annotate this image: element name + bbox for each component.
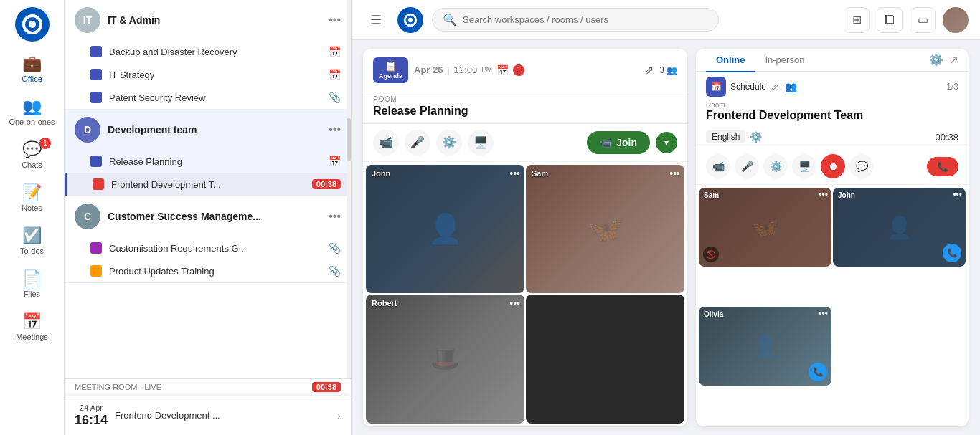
video-icon: 📹 — [600, 137, 612, 148]
calendar-icon-3: 📅 — [329, 156, 341, 167]
window-view-button[interactable]: ▭ — [910, 7, 936, 33]
language-settings-icon[interactable]: ⚙️ — [750, 131, 762, 143]
call-video-grid: Sam ••• 🚫 🦋 John ••• 📞 👤 Olivia ••• 📞 — [696, 185, 969, 426]
release-card-meta: Apr 26 | 12:00 PM 📅 1 — [414, 64, 639, 76]
user-avatar[interactable] — [943, 7, 969, 33]
room-frontend[interactable]: Frontend Development T... 00:38 — [65, 173, 351, 196]
call-mic-button[interactable]: 🎤 — [735, 154, 759, 178]
room-release-name: Release Planning — [109, 156, 321, 167]
tab-inperson[interactable]: In-person — [755, 49, 814, 72]
language-badge: English — [706, 130, 745, 143]
team-dev: D Development team ••• Release Planning … — [65, 110, 351, 196]
nav-notes-label: Notes — [22, 204, 42, 212]
release-video-grid: John ••• 👤 Sam ••• 🦋 Robert ••• 🎩 — [363, 162, 687, 426]
room-release[interactable]: Release Planning 📅 — [65, 150, 351, 173]
search-bar[interactable]: 🔍 — [432, 8, 719, 32]
call-caption-button[interactable]: 💬 — [849, 154, 874, 178]
nav-one-on-ones[interactable]: 👥 One-on-ones — [0, 90, 64, 133]
team-customer-header[interactable]: C Customer Success Manageme... ••• — [65, 196, 351, 236]
join-more-button[interactable]: ▾ — [656, 132, 677, 153]
room-product-updates[interactable]: Product Updates Training 📎 — [65, 259, 351, 282]
room-customisation[interactable]: Customisation Requirements G... 📎 — [65, 236, 351, 259]
room-patent-color — [90, 92, 102, 103]
chats-icon: 💬 — [22, 140, 42, 159]
top-bar: ☰ 🔍 ⊞ ⧠ ▭ — [352, 0, 980, 40]
call-room-name: Frontend Development Team — [706, 109, 958, 122]
chats-badge: 1 — [39, 138, 51, 149]
clip-icon-2: 📎 — [329, 242, 341, 254]
join-button[interactable]: 📹 Join — [587, 131, 650, 154]
nav-notes[interactable]: 📝 Notes — [0, 176, 64, 219]
call-room-label: Room — [706, 101, 958, 109]
bottom-bar-meeting-name: Frontend Development ... — [115, 410, 330, 421]
release-time-suffix: PM — [481, 66, 492, 74]
end-call-button[interactable]: 📞 — [927, 157, 958, 176]
frontend-dev-card: Online In-person ⚙️ ↗ 📅 Schedule ⇗ 👥 1/3 — [696, 49, 969, 426]
video-cell-robert: Robert ••• 🎩 — [366, 295, 524, 424]
nav-chats-label: Chats — [22, 161, 42, 169]
panel-list: IT IT & Admin ••• Backup and Disaster Re… — [65, 0, 352, 435]
grid-view-button[interactable]: ⊞ — [844, 7, 870, 33]
settings-button[interactable]: ⚙️ — [436, 130, 462, 156]
tab-online[interactable]: Online — [706, 49, 755, 72]
scrollbar-track — [347, 0, 351, 395]
room-product-updates-color — [90, 265, 102, 277]
team-it-admin-more[interactable]: ••• — [329, 14, 341, 27]
team-customer-more[interactable]: ••• — [329, 210, 341, 223]
screen-button[interactable]: 🖥️ — [468, 130, 494, 156]
release-notification-badge: 1 — [513, 64, 524, 76]
room-customisation-color — [90, 242, 102, 254]
bottom-bar-time: 16:14 — [75, 413, 108, 428]
team-dev-header[interactable]: D Development team ••• — [65, 110, 351, 150]
cards-area: 📋 Agenda Apr 26 | 12:00 PM 📅 1 ⇗ — [352, 40, 980, 435]
share-icon-call[interactable]: ⇗ — [771, 81, 779, 92]
room-backup[interactable]: Backup and Disaster Recovery 📅 — [65, 40, 351, 63]
notes-icon: 📝 — [22, 183, 42, 202]
hamburger-button[interactable]: ☰ — [363, 7, 389, 33]
bottom-notification-bar[interactable]: 24 Apr 16:14 Frontend Development ... › — [65, 396, 351, 435]
external-link-icon[interactable]: ↗ — [949, 53, 958, 67]
files-icon: 📄 — [22, 269, 42, 288]
nav-meetings[interactable]: 📅 Meetings — [0, 305, 64, 348]
nav-office[interactable]: 💼 Office — [0, 47, 64, 90]
share-icon[interactable]: ⇗ — [644, 63, 654, 77]
split-view-button[interactable]: ⧠ — [877, 7, 903, 33]
team-it-admin: IT IT & Admin ••• Backup and Disaster Re… — [65, 0, 351, 110]
nav-meetings-label: Meetings — [16, 333, 48, 341]
chevron-right-icon: › — [337, 409, 341, 422]
search-input[interactable] — [463, 14, 708, 25]
mic-button[interactable]: 🎤 — [405, 130, 430, 156]
room-it-strategy[interactable]: IT Strategy 📅 — [65, 63, 351, 86]
call-timer: 00:38 — [935, 132, 958, 143]
nav-files-label: Files — [24, 290, 40, 298]
schedule-label: Schedule — [730, 82, 766, 92]
scrollbar-thumb[interactable] — [347, 118, 351, 161]
schedule-pages: 1/3 — [946, 82, 958, 92]
call-screen-button[interactable]: 🖥️ — [792, 154, 816, 178]
team-dev-more[interactable]: ••• — [329, 123, 341, 136]
room-frontend-timer: 00:38 — [312, 179, 341, 189]
meeting-live-label: MEETING ROOM - LIVE — [75, 383, 161, 391]
team-it-admin-header[interactable]: IT IT & Admin ••• — [65, 0, 351, 40]
settings-icon-call[interactable]: ⚙️ — [929, 53, 943, 67]
video-button[interactable]: 📹 — [373, 130, 399, 156]
call-record-button[interactable]: ⏺ — [821, 154, 845, 178]
schedule-icon: 📅 — [706, 77, 726, 97]
one-on-ones-icon: 👥 — [22, 97, 42, 116]
nav-files[interactable]: 📄 Files — [0, 262, 64, 305]
app-logo[interactable] — [15, 7, 50, 42]
calendar-icon-release: 📅 — [496, 64, 509, 76]
meeting-live-timer: 00:38 — [312, 382, 341, 392]
release-time: 12:00 — [454, 64, 478, 75]
nav-todos[interactable]: ☑️ To-dos — [0, 219, 64, 262]
call-settings-button[interactable]: ⚙️ — [763, 154, 788, 178]
svg-point-2 — [29, 21, 36, 28]
call-video-button[interactable]: 📹 — [706, 154, 730, 178]
calendar-icon-2: 📅 — [329, 69, 341, 80]
attendee-count-num: 3 — [659, 65, 664, 75]
team-customer-name: Customer Success Manageme... — [108, 211, 321, 222]
room-patent[interactable]: Patent Security Review 📎 — [65, 86, 351, 109]
nav-chats[interactable]: 1 💬 Chats — [0, 133, 64, 176]
call-share: ⇗ 👥 — [771, 80, 797, 94]
bottom-bar-date: 24 Apr — [80, 403, 103, 413]
